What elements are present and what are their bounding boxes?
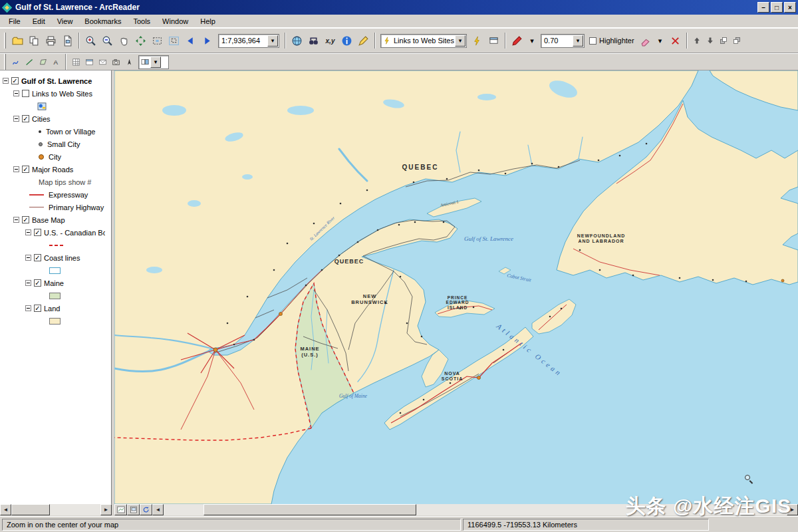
toc-item-base-map[interactable]: ✓ Base Map	[0, 213, 111, 226]
layer-checkbox[interactable]	[22, 90, 29, 97]
highlighter-checkbox[interactable]	[589, 37, 597, 45]
html-popup-button[interactable]	[485, 33, 502, 49]
layer-checkbox[interactable]: ✓	[34, 229, 41, 236]
toc-label[interactable]: Land	[44, 305, 60, 313]
next-extent-button[interactable]	[199, 33, 215, 49]
zoom-out-button[interactable]	[99, 33, 116, 49]
markup-pen-button[interactable]	[509, 33, 525, 49]
menu-window[interactable]: Window	[156, 16, 194, 27]
menu-file[interactable]: File	[3, 16, 27, 27]
maximize-button[interactable]: □	[771, 2, 783, 13]
toc-item-map-document[interactable]: ✓ Gulf of St. Lawrence	[0, 74, 111, 87]
toc-scrollbar-thumb[interactable]	[11, 504, 50, 515]
toolbar-grip[interactable]	[4, 33, 6, 49]
clear-markup-button[interactable]	[667, 33, 684, 49]
hyperlink-tool-button[interactable]	[469, 33, 485, 49]
hyperlinks-combo[interactable]: Links to Web Sites ▾	[380, 34, 467, 48]
toc-label[interactable]: Links to Web Sites	[32, 90, 92, 98]
arrange-front-button[interactable]	[717, 34, 730, 47]
pen-width-dropdown-button[interactable]: ▾	[573, 35, 583, 47]
open-button[interactable]	[9, 33, 26, 49]
toc-scroll-left-button[interactable]: ◄	[0, 504, 11, 515]
toolbar-grip[interactable]	[4, 54, 6, 70]
eraser-dropdown[interactable]: ▾	[654, 34, 667, 47]
layer-checkbox[interactable]: ✓	[34, 279, 41, 287]
toc-item-cities[interactable]: ✓ Cities	[0, 112, 111, 125]
toc-label[interactable]: Gulf of St. Lawrence	[21, 77, 92, 85]
arrange-up-button[interactable]	[690, 34, 704, 47]
menu-edit[interactable]: Edit	[27, 16, 51, 27]
go-to-xy-button[interactable]: x,y	[322, 33, 338, 49]
close-button[interactable]: ×	[784, 2, 796, 13]
toc-item-land[interactable]: ✓ Land	[0, 302, 111, 315]
zoom-in-button[interactable]	[82, 33, 99, 49]
fixed-zoom-out-button[interactable]	[166, 33, 182, 49]
collapse-icon[interactable]	[25, 255, 31, 261]
toc-label[interactable]: Maine	[44, 279, 64, 287]
title-bar[interactable]: Gulf of St. Lawrence - ArcReader – □ ×	[0, 0, 798, 15]
measure-button[interactable]	[355, 33, 372, 49]
collapse-icon[interactable]	[13, 90, 19, 96]
globe-button[interactable]	[289, 33, 305, 49]
find-button[interactable]	[305, 33, 322, 49]
collapse-icon[interactable]	[13, 116, 19, 122]
markup-tool-button[interactable]: A	[49, 55, 63, 68]
arrange-down-button[interactable]	[704, 34, 717, 47]
fixed-zoom-in-button[interactable]	[149, 33, 166, 49]
markup-tool-button[interactable]	[82, 55, 96, 68]
identify-button[interactable]	[338, 33, 355, 49]
export-button[interactable]	[26, 33, 43, 49]
markup-tool-button[interactable]	[122, 55, 136, 68]
collapse-icon[interactable]	[13, 217, 19, 223]
layer-checkbox[interactable]: ✓	[34, 254, 41, 261]
toc-label[interactable]: Cities	[32, 115, 51, 123]
toc-scrollbar-track[interactable]	[11, 504, 100, 515]
highlighter-toggle[interactable]: Highlighter	[587, 37, 637, 45]
menu-view[interactable]: View	[51, 16, 79, 27]
collapse-icon[interactable]	[25, 280, 31, 286]
collapse-icon[interactable]	[13, 166, 19, 172]
menu-tools[interactable]: Tools	[127, 16, 156, 27]
arrange-back-button[interactable]	[730, 34, 743, 47]
toc-scroll-right-button[interactable]: ►	[100, 504, 112, 515]
hyperlinks-dropdown-button[interactable]: ▾	[455, 35, 466, 47]
markup-tool-button[interactable]	[109, 55, 122, 68]
layout-view-button[interactable]	[127, 504, 140, 515]
toc-item-coast-lines[interactable]: ✓ Coast lines	[0, 251, 111, 264]
toc-item-major-roads[interactable]: ✓ Major Roads	[0, 163, 111, 176]
toc-item-links[interactable]: Links to Web Sites	[0, 87, 111, 100]
data-view-button[interactable]	[114, 504, 127, 515]
scale-dropdown-button[interactable]: ▾	[267, 35, 278, 47]
toc-label[interactable]: U.S. - Canadian Bo	[44, 229, 105, 237]
eraser-button[interactable]	[637, 33, 654, 49]
markup-tool-button[interactable]	[9, 55, 23, 68]
page-setup-button[interactable]	[59, 33, 76, 49]
menu-help[interactable]: Help	[194, 16, 221, 27]
collapse-icon[interactable]	[25, 229, 31, 235]
map-scroll-left-button[interactable]: ◄	[152, 504, 164, 515]
style-dropdown-button[interactable]: ▾	[150, 57, 161, 68]
menu-bookmarks[interactable]: Bookmarks	[78, 16, 127, 27]
refresh-view-button[interactable]	[140, 504, 152, 515]
toc-label[interactable]: Major Roads	[32, 166, 73, 174]
map-view[interactable]: QUEBEC QUEBEC NEW BRUNSWICK MAINE (U.S.)…	[114, 70, 798, 504]
scale-combo[interactable]: 1:7,936,964 ▾	[218, 34, 279, 48]
layer-checkbox[interactable]: ✓	[34, 305, 41, 312]
markup-tool-button[interactable]	[69, 55, 82, 68]
previous-extent-button[interactable]	[182, 33, 199, 49]
markup-tool-button[interactable]	[36, 55, 49, 68]
markup-tool-button[interactable]	[96, 55, 109, 68]
full-extent-button[interactable]	[132, 33, 149, 49]
toc-label[interactable]: Coast lines	[44, 254, 80, 262]
layer-checkbox[interactable]: ✓	[22, 166, 29, 173]
map-scrollbar-thumb[interactable]	[203, 504, 416, 515]
style-combo[interactable]: ▾	[138, 55, 169, 69]
markup-tool-button[interactable]	[23, 55, 36, 68]
layer-checkbox[interactable]: ✓	[22, 216, 29, 223]
toc-label[interactable]: Base Map	[32, 216, 65, 224]
minimize-button[interactable]: –	[757, 2, 769, 13]
layer-checkbox[interactable]: ✓	[11, 77, 19, 84]
print-button[interactable]	[43, 33, 59, 49]
toc-item-maine[interactable]: ✓ Maine	[0, 277, 111, 289]
pan-button[interactable]	[116, 33, 132, 49]
